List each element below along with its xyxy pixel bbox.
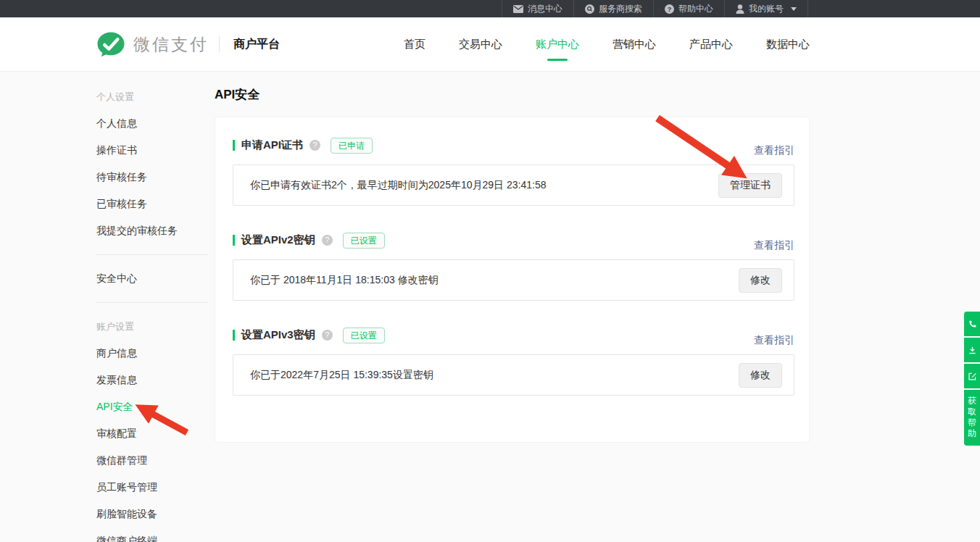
topbar-item-label: 我的账号 (749, 3, 784, 15)
topbar-item-message-center[interactable]: 消息中心 (502, 0, 573, 17)
section-heading: 申请API证书 ? 已申请 (233, 138, 794, 153)
guide-link[interactable]: 查看指引 (754, 334, 794, 347)
cert-status-box: 你已申请有效证书2个，最早过期时间为2025年10月29日 23:41:58 管… (233, 164, 794, 206)
topbar-item-label: 服务商搜索 (599, 3, 642, 15)
svg-text:?: ? (668, 5, 672, 12)
sidebar-item-merchant-info[interactable]: 商户信息 (96, 340, 215, 367)
download-icon (968, 346, 977, 355)
green-bar-icon (233, 235, 235, 246)
sidebar-item-reviewed-tasks[interactable]: 已审核任务 (96, 191, 215, 217)
phone-contact-button[interactable] (964, 312, 980, 336)
nav-transaction-center[interactable]: 交易中心 (459, 38, 502, 51)
logo-text: 微信支付 (133, 33, 209, 56)
phone-icon (968, 320, 977, 329)
apiv3-status-box: 你已于2022年7月25日 15:39:35设置密钥 修改 (233, 354, 794, 396)
topbar-item-my-account[interactable]: 我的账号 (724, 0, 808, 17)
sidebar-item-security-center[interactable]: 安全中心 (96, 265, 215, 292)
topbar-item-service-provider-search[interactable]: 服务商搜索 (573, 0, 653, 17)
main-panel: API安全 申请API证书 ? 已申请 查看指引 你已申请有效证书2个，最早过期… (215, 72, 980, 542)
section-apiv3-key: 设置APIv3密钥 ? 已设置 查看指引 你已于2022年7月25日 15:39… (233, 328, 794, 396)
sidebar-item-my-submitted-review-tasks[interactable]: 我提交的审核任务 (96, 217, 215, 244)
page-title: API安全 (215, 86, 980, 103)
sidebar-item-api-security[interactable]: API安全 (96, 393, 215, 420)
sidebar-group-personal-settings: 个人设置 (96, 83, 215, 110)
wechat-pay-logo[interactable]: 微信支付 商户平台 (96, 31, 280, 58)
section-heading: 设置APIv3密钥 ? 已设置 (233, 328, 794, 343)
status-badge: 已申请 (331, 138, 373, 154)
sidebar-item-operation-cert[interactable]: 操作证书 (96, 137, 215, 164)
api-security-card: 申请API证书 ? 已申请 查看指引 你已申请有效证书2个，最早过期时间为202… (215, 117, 810, 443)
sidebar-divider (96, 254, 208, 255)
sidebar-item-staff-account-mgmt[interactable]: 员工账号管理 (96, 474, 215, 501)
download-button[interactable] (964, 338, 980, 362)
feedback-icon (968, 372, 977, 381)
sidebar-item-pending-review-tasks[interactable]: 待审核任务 (96, 164, 215, 191)
search-icon (585, 4, 594, 14)
nav-home[interactable]: 首页 (404, 38, 425, 51)
topbar-item-help-center[interactable]: ? 帮助中心 (653, 0, 724, 17)
nav-account-center[interactable]: 账户中心 (536, 38, 579, 51)
sidebar-divider (96, 302, 208, 303)
message-icon (513, 5, 523, 13)
sidebar-item-invoice-info[interactable]: 发票信息 (96, 367, 215, 393)
sidebar: 个人设置 个人信息 操作证书 待审核任务 已审核任务 我提交的审核任务 安全中心… (0, 72, 215, 542)
apiv2-status-text: 你已于 2018年11月1日 18:15:03 修改密钥 (250, 274, 439, 287)
modify-apiv2-key-button[interactable]: 修改 (739, 268, 782, 293)
get-help-button[interactable]: 获取帮助 (964, 390, 980, 446)
section-heading: 设置APIv2密钥 ? 已设置 (233, 233, 794, 248)
question-icon[interactable]: ? (322, 330, 333, 341)
nav-marketing-center[interactable]: 营销中心 (612, 38, 656, 51)
cert-status-text: 你已申请有效证书2个，最早过期时间为2025年10月29日 23:41:58 (250, 179, 546, 192)
guide-link[interactable]: 查看指引 (754, 144, 794, 157)
sidebar-item-face-device[interactable]: 刷脸智能设备 (96, 501, 215, 528)
section-title: 设置APIv2密钥 (241, 233, 315, 247)
apiv2-status-box: 你已于 2018年11月1日 18:15:03 修改密钥 修改 (233, 259, 794, 301)
sidebar-group-account-settings: 账户设置 (96, 313, 215, 340)
wechat-bubble-icon (96, 31, 125, 58)
nav-product-center[interactable]: 产品中心 (689, 38, 733, 51)
caret-down-icon (791, 7, 797, 11)
apiv3-status-text: 你已于2022年7月25日 15:39:35设置密钥 (250, 369, 433, 382)
status-badge: 已设置 (343, 233, 385, 249)
topbar-item-label: 帮助中心 (678, 3, 713, 15)
portal-name: 商户平台 (233, 37, 280, 52)
feedback-button[interactable] (964, 364, 980, 388)
sidebar-item-review-config[interactable]: 审核配置 (96, 420, 215, 447)
section-title: 设置APIv3密钥 (241, 328, 315, 342)
account-icon (736, 4, 744, 14)
sidebar-item-wechat-group-mgmt[interactable]: 微信群管理 (96, 447, 215, 474)
content-area: 个人设置 个人信息 操作证书 待审核任务 已审核任务 我提交的审核任务 安全中心… (0, 72, 980, 542)
green-bar-icon (233, 140, 235, 151)
nav-data-center[interactable]: 数据中心 (766, 38, 810, 51)
get-help-label: 获取帮助 (968, 396, 977, 439)
topbar-item-label: 消息中心 (528, 3, 562, 15)
header: 微信支付 商户平台 首页 交易中心 账户中心 营销中心 产品中心 数据中心 (0, 17, 980, 72)
topbar: 消息中心 服务商搜索 ? 帮助中心 我的账号 (0, 0, 980, 17)
sidebar-item-wechat-merchant-terminal[interactable]: 微信商户终端 (96, 528, 215, 542)
modify-apiv3-key-button[interactable]: 修改 (739, 363, 782, 388)
guide-link[interactable]: 查看指引 (754, 239, 794, 252)
primary-nav: 首页 交易中心 账户中心 营销中心 产品中心 数据中心 (404, 17, 810, 72)
question-icon[interactable]: ? (310, 140, 320, 151)
question-icon[interactable]: ? (322, 235, 333, 246)
section-title: 申请API证书 (241, 138, 303, 152)
section-apply-api-cert: 申请API证书 ? 已申请 查看指引 你已申请有效证书2个，最早过期时间为202… (233, 138, 794, 206)
section-apiv2-key: 设置APIv2密钥 ? 已设置 查看指引 你已于 2018年11月1日 18:1… (233, 233, 794, 301)
status-badge: 已设置 (343, 328, 385, 343)
sidebar-item-personal-info[interactable]: 个人信息 (96, 110, 215, 137)
logo-divider (219, 36, 220, 52)
floating-help-panel: 获取帮助 (964, 312, 980, 446)
help-icon: ? (665, 4, 674, 14)
green-bar-icon (233, 330, 235, 341)
manage-cert-button[interactable]: 管理证书 (718, 173, 782, 198)
